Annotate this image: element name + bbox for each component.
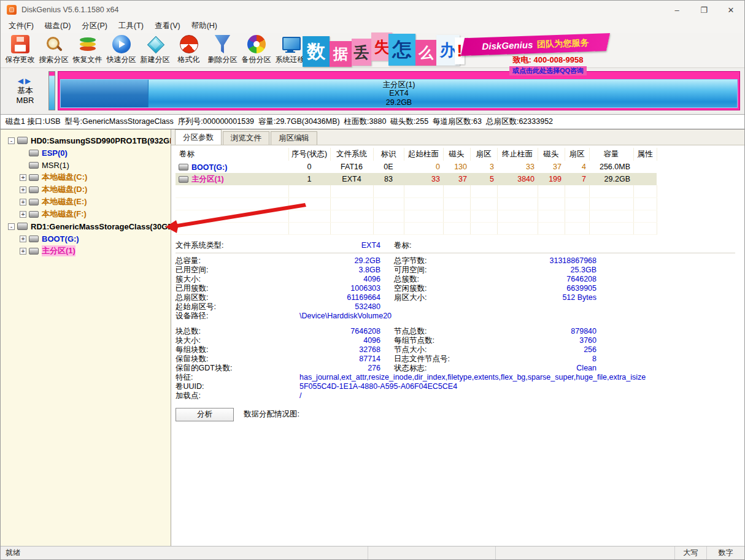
quick-partition-icon — [112, 35, 131, 53]
volume-cell: 主分区(1) — [176, 173, 288, 185]
disk-tree: -HD0:SamsungSSD990PRO1TB(932GB)ESP(0)MSR… — [1, 129, 171, 546]
detail-label: 保留块数: — [176, 355, 299, 364]
recover-files-button[interactable]: 恢复文件 — [71, 33, 104, 67]
tree-expander-icon[interactable]: + — [20, 248, 26, 255]
disk-nav: ◀▶ 基本 MBR — [2, 71, 48, 110]
table-header-row: 卷标序号(状态)文件系统标识起始柱面磁头扇区终止柱面磁头扇区容量属性 — [176, 148, 657, 161]
detail-value: 1006303 — [299, 284, 380, 293]
tree-expander-icon[interactable]: + — [20, 174, 26, 181]
tree-expander-icon[interactable]: - — [8, 223, 15, 230]
tree-item-label: RD1:GenericMassStorageClass(30GB) — [31, 222, 171, 231]
table-cell: 5 — [470, 173, 497, 185]
table-cell: 0E — [373, 161, 404, 173]
disk-info-bar: 磁盘1 接口:USB 型号:GenericMassStorageClass 序列… — [1, 115, 744, 129]
minimize-button[interactable]: – — [663, 1, 690, 19]
qq-link[interactable]: 或点击此处选择QQ咨询 — [509, 66, 587, 75]
partition-icon — [29, 211, 39, 218]
detail-value: 4096 — [299, 336, 380, 345]
detail-label: 每组块数: — [176, 345, 299, 355]
tree-item-label: ESP(0) — [42, 148, 68, 158]
uuid-label: 卷UUID: — [176, 382, 299, 391]
partition-row[interactable]: BOOT(G:)0FAT160E0130333374256.0MB — [176, 161, 657, 173]
backup-partition-icon — [247, 35, 266, 53]
tree-expander-icon[interactable]: + — [20, 211, 26, 218]
tree-expander-icon[interactable]: + — [20, 236, 26, 242]
maximize-button[interactable]: ❐ — [690, 1, 717, 19]
detail-value — [523, 302, 596, 312]
save-icon — [11, 35, 29, 53]
detail-label: 扇区大小: — [394, 293, 523, 302]
close-button[interactable]: ✕ — [717, 1, 744, 19]
column-header: 磁头 — [538, 148, 565, 161]
mount-point-label: 加载点: — [176, 391, 299, 401]
quick-partition-button[interactable]: 快速分区 — [104, 33, 138, 67]
prev-disk-icon[interactable]: ◀ — [18, 77, 25, 85]
recover-icon — [79, 35, 97, 53]
detail-row: 保留块数:87714日志文件节点号:8 — [176, 355, 739, 364]
tree-item[interactable]: -HD0:SamsungSSD990PRO1TB(932GB) — [1, 134, 171, 147]
detail-value: 61169664 — [299, 293, 380, 302]
detail-label: 节点大小: — [394, 345, 523, 355]
tree-item[interactable]: +本地磁盘(E:) — [1, 196, 171, 208]
table-cell: 256.0MB — [589, 161, 633, 173]
analyze-button[interactable]: 分析 — [176, 408, 234, 421]
uuid-value: 5F055C4D-1E1A-4880-A595-A06F04EC5CE4 — [299, 382, 739, 391]
tree-item[interactable]: ESP(0) — [1, 147, 171, 159]
partition-row[interactable]: 主分区(1)1EXT483333753840199729.2GB — [176, 173, 657, 185]
tree-item[interactable]: MSR(1) — [1, 159, 171, 171]
detail-row: 已用空间:3.8GB可用空间:25.3GB — [176, 266, 739, 275]
toolbar: 保存更改搜索分区恢复文件快速分区新建分区格式化删除分区备份分区系统迁移 数据丢失… — [1, 33, 744, 68]
system-migration-icon — [281, 35, 299, 53]
system-migration-button[interactable]: 系统迁移 — [273, 33, 307, 67]
tree-item[interactable]: +本地磁盘(D:) — [1, 183, 171, 196]
table-cell — [633, 161, 657, 173]
used-space-overlay — [61, 80, 149, 107]
toolbar-button-label: 快速分区 — [107, 55, 136, 65]
tab-content: 卷标序号(状态)文件系统标识起始柱面磁头扇区终止柱面磁头扇区容量属性BOOT(G… — [171, 145, 744, 546]
menu-view[interactable]: 查看(V) — [149, 20, 186, 33]
allocation-map-label: 数据分配情况图: — [244, 409, 299, 420]
tree-item[interactable]: +主分区(1) — [1, 245, 171, 257]
detail-value: 32768 — [299, 345, 380, 355]
tree-expander-icon[interactable]: - — [8, 137, 15, 144]
backup-partition-button[interactable]: 备份分区 — [239, 33, 273, 67]
tree-expander-icon[interactable]: + — [20, 199, 26, 205]
promo-banner[interactable]: 数据丢失怎么办! DiskGenius 团队为您服务 致电: 400-008-9… — [303, 33, 617, 68]
tree-item[interactable]: -RD1:GenericMassStorageClass(30GB) — [1, 220, 171, 232]
menu-file[interactable]: 文件(F) — [3, 20, 39, 33]
search-partition-button[interactable]: 搜索分区 — [37, 33, 71, 67]
menu-help[interactable]: 帮助(H) — [186, 20, 223, 33]
disk-partition-bar[interactable]: 主分区(1) EXT4 29.2GB — [58, 71, 740, 110]
table-cell: 33 — [404, 173, 443, 185]
detail-value: 532480 — [299, 302, 380, 312]
table-cell — [633, 173, 657, 185]
partition-block[interactable]: 主分区(1) EXT4 29.2GB — [60, 79, 738, 108]
tab-browse-files[interactable]: 浏览文件 — [223, 131, 269, 145]
next-disk-icon[interactable]: ▶ — [25, 77, 33, 85]
menu-disk[interactable]: 磁盘(D) — [39, 20, 76, 33]
banner-char-tile: 怎 — [388, 34, 415, 66]
detail-label: 可用空间: — [394, 266, 523, 275]
tree-expander-icon[interactable]: + — [20, 186, 26, 193]
banner-char-tile: 据 — [330, 41, 352, 67]
new-partition-button[interactable]: 新建分区 — [138, 33, 172, 67]
detail-row: 总容量:29.2GB总字节数:31318867968 — [176, 256, 739, 266]
tab-partition-params[interactable]: 分区参数 — [175, 129, 222, 145]
brand-text: DiskGenius — [482, 39, 533, 52]
partition-icon — [179, 164, 188, 171]
tree-item[interactable]: +本地磁盘(F:) — [1, 208, 171, 220]
tab-sector-edit[interactable]: 扇区编辑 — [271, 131, 317, 145]
detail-label: 状态标志: — [394, 364, 523, 373]
detail-row: 簇大小:4096总簇数:7646208 — [176, 275, 739, 284]
menu-tools[interactable]: 工具(T) — [113, 20, 149, 33]
detail-block-capacity: 总容量:29.2GB总字节数:31318867968已用空间:3.8GB可用空间… — [176, 256, 739, 321]
tree-item[interactable]: +本地磁盘(C:) — [1, 171, 171, 183]
right-panel: 分区参数浏览文件扇区编辑 卷标序号(状态)文件系统标识起始柱面磁头扇区终止柱面磁… — [171, 129, 744, 546]
delete-partition-button[interactable]: 删除分区 — [206, 33, 239, 67]
format-button[interactable]: 格式化 — [172, 33, 206, 67]
save-changes-button[interactable]: 保存更改 — [3, 33, 37, 67]
tree-item[interactable]: +BOOT(G:) — [1, 232, 171, 245]
fs-type-label: 文件系统类型: — [176, 241, 299, 250]
table-cell: 3 — [470, 161, 497, 173]
menu-partition[interactable]: 分区(P) — [76, 20, 113, 33]
